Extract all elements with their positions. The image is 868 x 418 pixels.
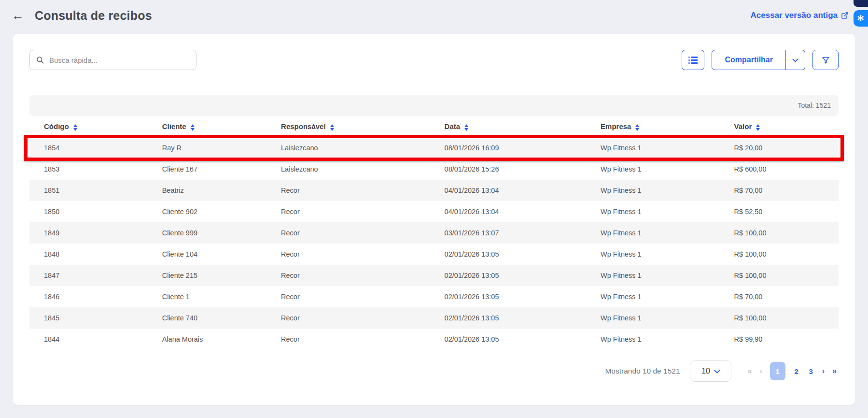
browser-extension-widget[interactable] xyxy=(854,0,868,7)
cell-valor: R$ 70,00 xyxy=(720,180,839,201)
table-row[interactable]: 1849Cliente 999Recor03/01/2026 13:07Wp F… xyxy=(29,222,839,244)
cell-valor: R$ 52,50 xyxy=(720,201,839,222)
receipts-panel: Compartilhar Total: 1521 CódigoClienteRe… xyxy=(13,34,855,405)
cell-cliente: Alana Morais xyxy=(148,329,266,350)
cell-valor: R$ 100,00 xyxy=(720,307,839,329)
cell-valor: R$ 99,90 xyxy=(720,329,839,350)
table-row[interactable]: 1847Cliente 215Recor02/01/2026 13:05Wp F… xyxy=(29,265,839,286)
page-size-value: 10 xyxy=(701,367,710,375)
column-header-cliente[interactable]: Cliente xyxy=(148,116,266,137)
column-header-empresa[interactable]: Empresa xyxy=(586,116,720,137)
sort-icon[interactable] xyxy=(635,124,639,131)
column-header-valor[interactable]: Valor xyxy=(720,116,839,137)
sort-icon[interactable] xyxy=(330,124,334,131)
cell-empresa: Wp Fitness 1 xyxy=(586,244,720,265)
back-arrow-icon[interactable]: ← xyxy=(9,7,27,24)
table-row[interactable]: 1854Ray RLaislezcano08/01/2026 16:09Wp F… xyxy=(29,137,839,159)
cell-codigo: 1850 xyxy=(29,201,148,222)
list-view-button[interactable] xyxy=(682,50,704,70)
cell-empresa: Wp Fitness 1 xyxy=(586,137,720,159)
list-icon xyxy=(688,57,698,64)
cell-cliente: Cliente 104 xyxy=(148,244,266,265)
table-header-row: CódigoClienteResponsávelDataEmpresaValor xyxy=(29,116,839,137)
cell-empresa: Wp Fitness 1 xyxy=(586,201,720,222)
page-number-3[interactable]: 3 xyxy=(808,367,814,375)
cell-responsavel: Recor xyxy=(266,244,430,265)
chevron-down-icon xyxy=(792,56,798,62)
table-row[interactable]: 1848Cliente 104Recor02/01/2026 13:05Wp F… xyxy=(29,244,839,265)
page-number-2[interactable]: 2 xyxy=(793,367,800,375)
cell-cliente: Beatriz xyxy=(148,180,266,201)
cell-responsavel: Recor xyxy=(266,201,430,222)
sort-icon[interactable] xyxy=(756,124,760,131)
receipts-table: CódigoClienteResponsávelDataEmpresaValor… xyxy=(29,116,839,350)
cell-cliente: Cliente 902 xyxy=(148,201,266,222)
cell-empresa: Wp Fitness 1 xyxy=(586,307,720,329)
cell-codigo: 1844 xyxy=(29,329,148,350)
prev-page-button[interactable]: ‹ xyxy=(759,367,762,375)
toolbar-actions: Compartilhar xyxy=(682,50,839,70)
chat-widget-icon: ✻ xyxy=(857,13,864,24)
page-header: ← Consulta de recibos Acessar versão ant… xyxy=(0,0,868,31)
filter-button[interactable] xyxy=(812,50,839,70)
cell-cliente: Cliente 999 xyxy=(148,222,266,244)
cell-valor: R$ 100,00 xyxy=(720,265,839,286)
cell-codigo: 1853 xyxy=(29,159,148,180)
old-version-link[interactable]: Acessar versão antiga xyxy=(751,11,849,20)
share-split-button: Compartilhar xyxy=(712,50,805,70)
cell-data: 08/01/2026 15:26 xyxy=(430,159,586,180)
cell-cliente: Cliente 167 xyxy=(148,159,266,180)
table-row[interactable]: 1845Cliente 740Recor02/01/2026 13:05Wp F… xyxy=(29,307,839,329)
total-bar: Total: 1521 xyxy=(29,95,839,116)
last-page-button[interactable]: » xyxy=(832,367,837,375)
cell-responsavel: Laislezcano xyxy=(266,137,430,159)
cell-codigo: 1849 xyxy=(29,222,148,244)
cell-valor: R$ 100,00 xyxy=(720,244,839,265)
cell-empresa: Wp Fitness 1 xyxy=(586,159,720,180)
cell-responsavel: Recor xyxy=(266,307,430,329)
external-link-icon xyxy=(841,12,849,19)
table-row[interactable]: 1851BeatrizRecor04/01/2026 13:04Wp Fitne… xyxy=(29,180,839,201)
sort-icon[interactable] xyxy=(464,124,468,131)
cell-codigo: 1846 xyxy=(29,286,148,307)
first-page-button[interactable]: « xyxy=(748,367,752,375)
table-row[interactable]: 1853Cliente 167Laislezcano08/01/2026 15:… xyxy=(29,159,839,180)
chat-widget-button[interactable]: ✻ xyxy=(854,10,868,27)
cell-data: 02/01/2026 13:05 xyxy=(430,265,586,286)
cell-data: 02/01/2026 13:05 xyxy=(430,244,586,265)
page-size-select[interactable]: 10 xyxy=(690,360,731,382)
cell-codigo: 1851 xyxy=(29,180,148,201)
cell-valor: R$ 20,00 xyxy=(720,137,839,159)
page-number-1[interactable]: 1 xyxy=(770,362,785,380)
share-button[interactable]: Compartilhar xyxy=(712,50,785,70)
filter-icon xyxy=(821,56,830,65)
showing-label: Mostrando 10 de 1521 xyxy=(605,367,680,375)
column-header-data[interactable]: Data xyxy=(430,116,586,137)
total-count: Total: 1521 xyxy=(798,101,831,109)
table-row[interactable]: 1846Cliente 1Recor02/01/2026 13:05Wp Fit… xyxy=(29,286,839,307)
page-title: Consulta de recibos xyxy=(35,9,152,23)
cell-cliente: Ray R xyxy=(148,137,266,159)
cell-data: 08/01/2026 16:09 xyxy=(430,137,586,159)
share-dropdown-button[interactable] xyxy=(785,50,805,70)
cell-data: 02/01/2026 13:05 xyxy=(430,329,586,350)
sort-icon[interactable] xyxy=(73,124,77,131)
cell-empresa: Wp Fitness 1 xyxy=(586,265,720,286)
cell-empresa: Wp Fitness 1 xyxy=(586,329,720,350)
cell-empresa: Wp Fitness 1 xyxy=(586,180,720,201)
quick-search-box[interactable] xyxy=(29,50,196,70)
pagination-footer: Mostrando 10 de 1521 10 « ‹ 123 › » xyxy=(29,360,839,382)
cell-valor: R$ 100,00 xyxy=(720,222,839,244)
column-header-responsavel[interactable]: Responsável xyxy=(266,116,430,137)
sort-icon[interactable] xyxy=(191,124,195,131)
cell-codigo: 1845 xyxy=(29,307,148,329)
column-header-codigo[interactable]: Código xyxy=(29,116,148,137)
search-input[interactable] xyxy=(49,56,190,64)
cell-data: 04/01/2026 13:04 xyxy=(430,180,586,201)
table-row[interactable]: 1850Cliente 902Recor04/01/2026 13:04Wp F… xyxy=(29,201,839,222)
table-row[interactable]: 1844Alana MoraisRecor02/01/2026 13:05Wp … xyxy=(29,329,839,350)
cell-responsavel: Recor xyxy=(266,286,430,307)
toolbar: Compartilhar xyxy=(29,50,839,70)
pager: « ‹ 123 › » xyxy=(748,362,837,380)
next-page-button[interactable]: › xyxy=(822,367,825,375)
